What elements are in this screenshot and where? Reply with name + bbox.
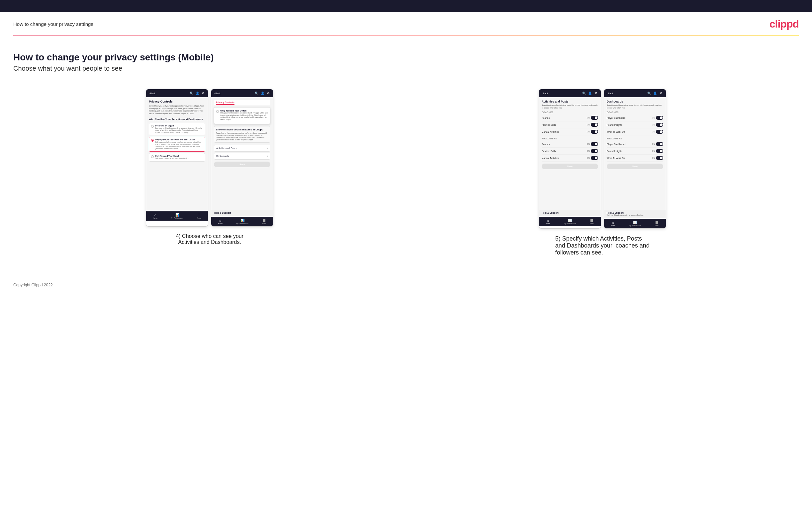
phone-1-back[interactable]: ‹ Back — [149, 92, 155, 95]
person-icon-4[interactable]: 👤 — [653, 91, 657, 95]
phone-3-ap-title: Activities and Posts — [542, 100, 598, 103]
coaches-manual-toggle[interactable]: ON — [587, 130, 598, 134]
dash-followers-work-switch[interactable] — [656, 156, 663, 160]
search-icon-2[interactable]: 🔍 — [254, 91, 258, 95]
dash-followers-work-toggle[interactable]: ON — [652, 156, 663, 160]
bottom-nav-home-4[interactable]: ⌂ Home — [611, 221, 615, 227]
radio-dot-only-coach — [151, 155, 154, 158]
search-icon-4[interactable]: 🔍 — [647, 91, 651, 95]
coaches-manual-switch[interactable] — [591, 130, 598, 134]
coaches-rounds-label: Rounds — [542, 117, 550, 119]
bottom-nav-performance[interactable]: 📊 My Performance — [171, 213, 183, 219]
home-icon-3: ⌂ — [547, 219, 549, 222]
phone-2-body: Privacy Controls Only You and Your Coach… — [211, 97, 273, 210]
followers-rounds-switch[interactable] — [591, 142, 598, 146]
phone-2: ‹ Back 🔍 👤 ⚙ Privacy Controls — [211, 89, 273, 227]
radio-label-only-coach: Only You and Your Coach — [155, 155, 189, 157]
bottom-nav-perf-4[interactable]: 📊 My Performance — [629, 221, 641, 227]
bottom-nav-perf-3[interactable]: 📊 My Performance — [564, 219, 576, 225]
feature-title: Show or hide specific features in Clippd — [216, 128, 268, 131]
phone-4-dash-desc: Select the dashboards that you'd like to… — [607, 104, 663, 109]
dash-coaches-insights-switch[interactable] — [656, 123, 663, 127]
tab-privacy-controls[interactable]: Privacy Controls — [216, 101, 235, 105]
settings-icon-3[interactable]: ⚙ — [594, 91, 598, 95]
phone-3-save-btn[interactable]: Save — [542, 164, 598, 169]
phone-1-body: Privacy Controls Control how you and you… — [146, 97, 208, 210]
phone-4-back-label: Back — [608, 92, 613, 95]
dash-coaches-insights-toggle[interactable]: ON — [652, 123, 663, 127]
phone-1-section-desc: Control how you and your data appears to… — [149, 105, 205, 115]
header-title: How to change your privacy settings — [13, 21, 93, 27]
followers-manual-switch[interactable] — [591, 156, 598, 160]
radio-option-everyone[interactable]: Everyone on Clippd Everyone on Clippd ca… — [149, 123, 205, 136]
settings-icon[interactable]: ⚙ — [201, 91, 205, 95]
mockup-phones-1: ‹ Back 🔍 👤 ⚙ Privacy Controls Control ho… — [146, 89, 273, 227]
phone-4-header: ‹ Back 🔍 👤 ⚙ — [604, 89, 666, 97]
phone-4-back[interactable]: ‹ Back — [607, 92, 613, 95]
top-bar — [0, 0, 812, 12]
settings-icon-4[interactable]: ⚙ — [659, 91, 663, 95]
radio-dot-everyone — [151, 125, 154, 128]
person-icon-2[interactable]: 👤 — [260, 91, 264, 95]
settings-icon-2[interactable]: ⚙ — [266, 91, 270, 95]
bottom-nav-menu-3[interactable]: ☰ Menu — [590, 219, 594, 225]
dash-coaches-player-toggle[interactable]: ON — [652, 116, 663, 120]
nav-link-text-dashboards: Dashboards — [216, 155, 229, 157]
dash-coaches-work-switch[interactable] — [656, 130, 663, 134]
radio-dot-approved — [151, 139, 154, 142]
bottom-nav-menu[interactable]: ☰ Menu — [197, 213, 201, 219]
dash-coaches-work-toggle[interactable]: ON — [652, 130, 663, 134]
phone-4-body: Dashboards Select the dashboards that yo… — [604, 97, 666, 210]
dash-coaches-work-label: What To Work On — [607, 131, 625, 133]
bottom-nav-menu-2[interactable]: ☰ Menu — [262, 219, 266, 225]
search-icon[interactable]: 🔍 — [189, 91, 193, 95]
dash-followers-player-toggle[interactable]: ON — [652, 142, 663, 146]
toggle-dash-coaches-work: What To Work On ON — [607, 128, 663, 135]
dash-followers-player-switch[interactable] — [656, 142, 663, 146]
back-chevron-icon-4: ‹ — [607, 92, 607, 95]
bottom-nav-performance-label: My Performance — [171, 217, 183, 219]
bottom-nav-menu-4[interactable]: ☰ Menu — [655, 221, 659, 227]
phone-3-header: ‹ Back 🔍 👤 ⚙ — [539, 89, 601, 97]
phone-3-followers-label: FOLLOWERS — [542, 137, 598, 140]
coaches-rounds-toggle[interactable]: ON — [587, 116, 598, 120]
perf-label-4: My Performance — [629, 225, 641, 227]
phone-2-header: ‹ Back 🔍 👤 ⚙ — [211, 89, 273, 97]
followers-manual-toggle[interactable]: ON — [587, 156, 598, 160]
phone-3-back[interactable]: ‹ Back — [542, 92, 548, 95]
nav-activities-posts[interactable]: Activities and Posts › — [214, 145, 270, 152]
bottom-nav-home[interactable]: ⌂ Home — [153, 213, 157, 219]
coaches-drills-toggle[interactable]: ON — [587, 123, 598, 127]
phone-4-save-btn[interactable]: Save — [607, 164, 663, 169]
followers-drills-toggle[interactable]: ON — [587, 149, 598, 153]
popup-option-desc: Only you and the coaches you connect wit… — [220, 112, 268, 120]
followers-drills-switch[interactable] — [591, 149, 598, 153]
menu-icon-2: ☰ — [263, 219, 266, 222]
phone-1-subtitle: Who Can See Your Activities and Dashboar… — [149, 118, 205, 121]
coaches-drills-switch[interactable] — [591, 123, 598, 127]
person-icon-3[interactable]: 👤 — [588, 91, 592, 95]
mockup-group-1: ‹ Back 🔍 👤 ⚙ Privacy Controls Control ho… — [13, 89, 406, 245]
nav-dashboards[interactable]: Dashboards › — [214, 153, 270, 160]
chart-icon-2: 📊 — [241, 219, 244, 222]
coaches-rounds-switch[interactable] — [591, 116, 598, 120]
bottom-nav-home-3[interactable]: ⌂ Home — [546, 219, 550, 225]
dash-followers-insights-switch[interactable] — [656, 149, 663, 153]
dash-followers-insights-toggle[interactable]: ON — [652, 149, 663, 153]
bottom-nav-home-2[interactable]: ⌂ Home — [218, 219, 222, 225]
phone-2-save-btn[interactable]: Save — [214, 162, 270, 167]
dash-coaches-player-switch[interactable] — [656, 116, 663, 120]
bottom-nav-perf-2[interactable]: 📊 My Performance — [236, 219, 248, 225]
back-chevron-icon-3: ‹ — [542, 92, 542, 95]
radio-option-approved[interactable]: Only Approved Followers and Your Coach O… — [149, 137, 205, 152]
phone-2-back[interactable]: ‹ Back — [214, 92, 220, 95]
radio-option-only-coach[interactable]: Only You and Your Coach Only you and the… — [149, 153, 205, 162]
back-chevron-icon-2: ‹ — [214, 92, 214, 95]
person-icon[interactable]: 👤 — [195, 91, 199, 95]
copyright: Copyright Clippd 2022 — [0, 269, 812, 294]
toggle-dash-followers-insights: Round Insights ON — [607, 148, 663, 155]
phone-3: ‹ Back 🔍 👤 ⚙ Activities and Posts Select… — [539, 89, 601, 229]
search-icon-3[interactable]: 🔍 — [582, 91, 586, 95]
followers-rounds-toggle[interactable]: ON — [587, 142, 598, 146]
phone-3-body: Activities and Posts Select the types of… — [539, 97, 601, 210]
